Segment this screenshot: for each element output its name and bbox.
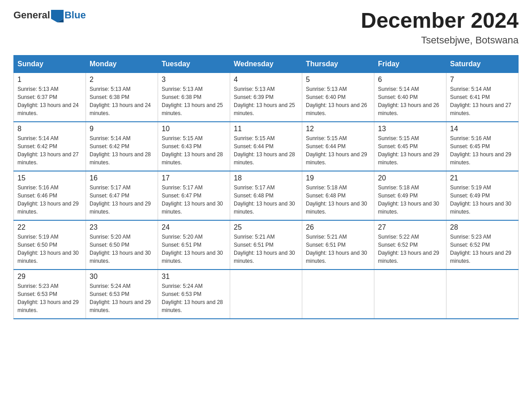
header-thursday: Thursday bbox=[302, 55, 374, 73]
calendar-cell: 11 Sunrise: 5:15 AMSunset: 6:44 PMDaylig… bbox=[230, 122, 302, 171]
header-friday: Friday bbox=[374, 55, 446, 73]
calendar-cell: 21 Sunrise: 5:19 AMSunset: 6:49 PMDaylig… bbox=[446, 171, 519, 220]
day-info: Sunrise: 5:22 AMSunset: 6:52 PMDaylight:… bbox=[378, 234, 439, 264]
calendar-cell: 25 Sunrise: 5:21 AMSunset: 6:51 PMDaylig… bbox=[230, 220, 302, 270]
day-number: 30 bbox=[90, 273, 154, 281]
calendar-cell: 27 Sunrise: 5:22 AMSunset: 6:52 PMDaylig… bbox=[374, 220, 446, 270]
day-number: 31 bbox=[162, 273, 226, 281]
day-number: 7 bbox=[450, 76, 515, 84]
day-info: Sunrise: 5:19 AMSunset: 6:50 PMDaylight:… bbox=[17, 234, 79, 264]
day-number: 18 bbox=[234, 174, 298, 182]
day-number: 19 bbox=[306, 174, 370, 182]
day-info: Sunrise: 5:20 AMSunset: 6:50 PMDaylight:… bbox=[90, 234, 151, 264]
header-saturday: Saturday bbox=[446, 55, 519, 73]
day-info: Sunrise: 5:17 AMSunset: 6:47 PMDaylight:… bbox=[162, 184, 223, 215]
header-sunday: Sunday bbox=[14, 55, 86, 73]
day-info: Sunrise: 5:13 AMSunset: 6:37 PMDaylight:… bbox=[17, 86, 79, 116]
day-info: Sunrise: 5:14 AMSunset: 6:40 PMDaylight:… bbox=[378, 86, 439, 116]
day-info: Sunrise: 5:14 AMSunset: 6:42 PMDaylight:… bbox=[17, 135, 79, 166]
day-info: Sunrise: 5:18 AMSunset: 6:48 PMDaylight:… bbox=[306, 184, 367, 215]
calendar-cell: 10 Sunrise: 5:15 AMSunset: 6:43 PMDaylig… bbox=[158, 122, 230, 171]
day-number: 25 bbox=[234, 223, 298, 231]
calendar-week-row: 29 Sunrise: 5:23 AMSunset: 6:53 PMDaylig… bbox=[14, 270, 519, 319]
logo-icon bbox=[51, 10, 64, 22]
day-info: Sunrise: 5:17 AMSunset: 6:48 PMDaylight:… bbox=[234, 184, 295, 215]
calendar-subtitle: Tsetsebjwe, Botswana bbox=[361, 34, 519, 46]
calendar-cell: 24 Sunrise: 5:20 AMSunset: 6:51 PMDaylig… bbox=[158, 220, 230, 270]
calendar-cell: 12 Sunrise: 5:15 AMSunset: 6:44 PMDaylig… bbox=[302, 122, 374, 171]
calendar-cell: 19 Sunrise: 5:18 AMSunset: 6:48 PMDaylig… bbox=[302, 171, 374, 220]
day-info: Sunrise: 5:24 AMSunset: 6:53 PMDaylight:… bbox=[162, 283, 223, 313]
day-number: 20 bbox=[378, 174, 442, 182]
header-monday: Monday bbox=[86, 55, 158, 73]
day-number: 2 bbox=[90, 76, 154, 84]
calendar-cell: 9 Sunrise: 5:14 AMSunset: 6:42 PMDayligh… bbox=[86, 122, 158, 171]
calendar-cell: 30 Sunrise: 5:24 AMSunset: 6:53 PMDaylig… bbox=[86, 270, 158, 319]
calendar-cell bbox=[230, 270, 302, 319]
day-info: Sunrise: 5:18 AMSunset: 6:49 PMDaylight:… bbox=[378, 184, 439, 215]
day-info: Sunrise: 5:14 AMSunset: 6:42 PMDaylight:… bbox=[90, 135, 151, 166]
day-number: 29 bbox=[17, 273, 82, 281]
header-wednesday: Wednesday bbox=[230, 55, 302, 73]
day-number: 28 bbox=[450, 223, 515, 231]
day-number: 5 bbox=[306, 76, 370, 84]
day-info: Sunrise: 5:20 AMSunset: 6:51 PMDaylight:… bbox=[162, 234, 223, 264]
calendar-cell: 8 Sunrise: 5:14 AMSunset: 6:42 PMDayligh… bbox=[14, 122, 86, 171]
day-number: 23 bbox=[90, 223, 154, 231]
day-info: Sunrise: 5:13 AMSunset: 6:39 PMDaylight:… bbox=[234, 86, 295, 116]
calendar-cell: 17 Sunrise: 5:17 AMSunset: 6:47 PMDaylig… bbox=[158, 171, 230, 220]
day-number: 22 bbox=[17, 223, 82, 231]
calendar-cell: 18 Sunrise: 5:17 AMSunset: 6:48 PMDaylig… bbox=[230, 171, 302, 220]
day-info: Sunrise: 5:13 AMSunset: 6:38 PMDaylight:… bbox=[90, 86, 151, 116]
day-number: 12 bbox=[306, 125, 370, 133]
day-info: Sunrise: 5:14 AMSunset: 6:41 PMDaylight:… bbox=[450, 86, 511, 116]
day-number: 16 bbox=[90, 174, 154, 182]
calendar-cell: 13 Sunrise: 5:15 AMSunset: 6:45 PMDaylig… bbox=[374, 122, 446, 171]
day-number: 21 bbox=[450, 174, 515, 182]
calendar-cell: 6 Sunrise: 5:14 AMSunset: 6:40 PMDayligh… bbox=[374, 73, 446, 122]
title-section: December 2024 Tsetsebjwe, Botswana bbox=[361, 9, 519, 46]
calendar-cell: 16 Sunrise: 5:17 AMSunset: 6:47 PMDaylig… bbox=[86, 171, 158, 220]
day-info: Sunrise: 5:16 AMSunset: 6:45 PMDaylight:… bbox=[450, 135, 511, 166]
day-info: Sunrise: 5:15 AMSunset: 6:45 PMDaylight:… bbox=[378, 135, 439, 166]
calendar-cell: 5 Sunrise: 5:13 AMSunset: 6:40 PMDayligh… bbox=[302, 73, 374, 122]
day-number: 1 bbox=[17, 76, 82, 84]
calendar-cell: 26 Sunrise: 5:21 AMSunset: 6:51 PMDaylig… bbox=[302, 220, 374, 270]
calendar-cell: 2 Sunrise: 5:13 AMSunset: 6:38 PMDayligh… bbox=[86, 73, 158, 122]
day-number: 6 bbox=[378, 76, 442, 84]
logo: General Blue bbox=[13, 9, 86, 21]
logo-text-blue: Blue bbox=[64, 9, 86, 21]
calendar-cell: 22 Sunrise: 5:19 AMSunset: 6:50 PMDaylig… bbox=[14, 220, 86, 270]
day-info: Sunrise: 5:21 AMSunset: 6:51 PMDaylight:… bbox=[306, 234, 367, 264]
day-number: 3 bbox=[162, 76, 226, 84]
calendar-cell bbox=[374, 270, 446, 319]
day-info: Sunrise: 5:15 AMSunset: 6:44 PMDaylight:… bbox=[306, 135, 367, 166]
calendar-cell: 15 Sunrise: 5:16 AMSunset: 6:46 PMDaylig… bbox=[14, 171, 86, 220]
calendar-cell: 23 Sunrise: 5:20 AMSunset: 6:50 PMDaylig… bbox=[86, 220, 158, 270]
calendar-cell: 28 Sunrise: 5:23 AMSunset: 6:52 PMDaylig… bbox=[446, 220, 519, 270]
calendar-cell: 4 Sunrise: 5:13 AMSunset: 6:39 PMDayligh… bbox=[230, 73, 302, 122]
day-number: 27 bbox=[378, 223, 442, 231]
day-info: Sunrise: 5:15 AMSunset: 6:44 PMDaylight:… bbox=[234, 135, 295, 166]
day-number: 13 bbox=[378, 125, 442, 133]
calendar-title: December 2024 bbox=[361, 9, 519, 33]
page-header: General Blue December 2024 Tsetsebjwe, B… bbox=[13, 9, 519, 46]
calendar-week-row: 1 Sunrise: 5:13 AMSunset: 6:37 PMDayligh… bbox=[14, 73, 519, 122]
day-info: Sunrise: 5:13 AMSunset: 6:38 PMDaylight:… bbox=[162, 86, 223, 116]
day-number: 8 bbox=[17, 125, 82, 133]
calendar-cell: 20 Sunrise: 5:18 AMSunset: 6:49 PMDaylig… bbox=[374, 171, 446, 220]
calendar-header-row: SundayMondayTuesdayWednesdayThursdayFrid… bbox=[14, 55, 519, 73]
calendar-table: SundayMondayTuesdayWednesdayThursdayFrid… bbox=[13, 55, 519, 320]
calendar-cell: 14 Sunrise: 5:16 AMSunset: 6:45 PMDaylig… bbox=[446, 122, 519, 171]
calendar-week-row: 22 Sunrise: 5:19 AMSunset: 6:50 PMDaylig… bbox=[14, 220, 519, 270]
calendar-cell bbox=[446, 270, 519, 319]
day-number: 15 bbox=[17, 174, 82, 182]
calendar-cell: 31 Sunrise: 5:24 AMSunset: 6:53 PMDaylig… bbox=[158, 270, 230, 319]
day-info: Sunrise: 5:23 AMSunset: 6:53 PMDaylight:… bbox=[17, 283, 79, 313]
day-info: Sunrise: 5:19 AMSunset: 6:49 PMDaylight:… bbox=[450, 184, 511, 215]
logo-text-general: General bbox=[13, 9, 50, 21]
day-number: 9 bbox=[90, 125, 154, 133]
header-tuesday: Tuesday bbox=[158, 55, 230, 73]
day-number: 10 bbox=[162, 125, 226, 133]
calendar-cell: 29 Sunrise: 5:23 AMSunset: 6:53 PMDaylig… bbox=[14, 270, 86, 319]
